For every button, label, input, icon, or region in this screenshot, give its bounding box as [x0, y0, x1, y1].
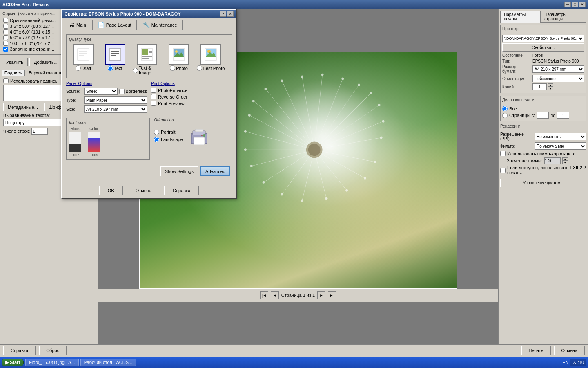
tab-header[interactable]: Верхний колонтит. — [26, 70, 66, 76]
all-radio[interactable] — [502, 106, 508, 111]
dialog-close-btn[interactable]: ✕ — [227, 11, 234, 17]
format-checkbox-10x8[interactable] — [3, 41, 8, 46]
cancel-main-button[interactable]: Отмена — [554, 346, 585, 355]
type-select[interactable]: Plain Paper — [84, 96, 147, 104]
gamma-checkbox[interactable] — [500, 151, 506, 156]
portrait-label: Portrait — [161, 130, 175, 135]
portrait-row: Portrait — [154, 130, 183, 135]
dialog-tab-maintenance[interactable]: 🔧 Maintenance — [138, 20, 183, 30]
type-row: Тип: EPSON Stylus Photo 900 — [502, 59, 584, 63]
window-title-bar: ACDSee Pro - Печать ─ □ ✕ — [0, 0, 588, 9]
draft-radio-row: Draft — [76, 65, 91, 71]
dialog-controls: ? ✕ — [220, 11, 234, 17]
size-select[interactable]: A4 210 x 297 mm — [84, 105, 147, 113]
reverse-order-checkbox[interactable] — [151, 94, 156, 99]
dialog-tab-main[interactable]: 🖨 Main — [64, 20, 91, 30]
add-button[interactable]: Добавить... — [29, 58, 62, 66]
metadata-button[interactable]: Метаданные... — [3, 103, 42, 111]
tab-signature[interactable]: Подпись — [2, 70, 25, 76]
format-label-original: Оригинальный разм... — [10, 18, 56, 23]
last-page-button[interactable]: ►| — [328, 291, 336, 299]
quality-text: Text — [101, 44, 129, 71]
print-preview-checkbox[interactable] — [151, 101, 156, 106]
delete-button[interactable]: Удалить — [2, 58, 28, 66]
borderless-checkbox[interactable] — [119, 89, 125, 94]
print-button[interactable]: Печать — [521, 346, 550, 355]
next-page-button[interactable]: ► — [317, 291, 325, 299]
text-image-radio[interactable] — [133, 68, 138, 73]
photo-enhance-checkbox[interactable] — [151, 88, 156, 93]
pages-from-label: Страницы с: — [509, 113, 535, 118]
svg-point-43 — [244, 130, 247, 133]
exif-checkbox[interactable] — [500, 168, 506, 173]
dialog-help-button[interactable]: Справка — [164, 186, 199, 195]
gamma-checkbox-row: Использовать гамма-коррекцию: — [500, 151, 586, 156]
format-checkbox-4x6[interactable] — [3, 29, 8, 34]
orientation-select[interactable]: Пейзажное — [532, 75, 584, 82]
filter-select[interactable]: По умолчанию — [535, 142, 586, 150]
taskbar-item-acdsee[interactable]: Рабочий стол - ACDS... — [80, 359, 136, 366]
copies-down[interactable]: ▼ — [548, 87, 553, 90]
dialog-title: Свойства: EPSON Stylus Photo 900 - DOM-D… — [65, 11, 181, 16]
landscape-label: Landscape — [161, 137, 183, 142]
tab-print-params[interactable]: Параметры печати — [500, 11, 541, 23]
copies-input[interactable] — [532, 83, 547, 90]
reset-button[interactable]: Сброс — [39, 346, 67, 355]
start-button[interactable]: ▶ Start — [2, 359, 24, 366]
paper-size-select[interactable]: А4 210 x 297 mm — [532, 65, 584, 73]
copies-up[interactable]: ▲ — [548, 83, 553, 87]
color-mgmt-button[interactable]: Управление цветом... — [500, 179, 586, 187]
photo-radio[interactable] — [170, 65, 175, 71]
draft-icon[interactable] — [73, 44, 94, 65]
text-radio[interactable] — [108, 65, 113, 71]
format-checkbox-original[interactable] — [3, 18, 8, 23]
rendering-label: Рендеринг — [500, 124, 586, 128]
quality-draft: Draft — [69, 44, 98, 71]
format-checkbox-35x5[interactable] — [3, 24, 8, 29]
format-checkbox-fill[interactable] — [3, 47, 8, 52]
lines-input[interactable] — [31, 128, 48, 135]
ok-button[interactable]: OK — [99, 186, 123, 195]
portrait-radio[interactable] — [154, 130, 159, 135]
advanced-button[interactable]: Advanced — [200, 166, 230, 176]
maximize-button[interactable]: □ — [572, 2, 578, 7]
minimize-button[interactable]: ─ — [564, 2, 571, 7]
best-photo-radio[interactable] — [197, 65, 202, 71]
pages-to-input[interactable] — [557, 112, 569, 119]
close-button[interactable]: ✕ — [579, 2, 586, 7]
status-row: Состояние: Готов — [502, 53, 584, 58]
text-icon[interactable] — [105, 44, 125, 65]
paper-size-label: Размер бумаги: — [502, 65, 531, 74]
tab-page-params[interactable]: Параметры страницы — [541, 11, 586, 23]
best-photo-icon[interactable] — [200, 44, 221, 65]
help-button[interactable]: Справка — [3, 346, 36, 355]
format-label-10x8: 10.0" x 8.0" (254 х 2... — [10, 41, 54, 46]
dialog-cancel-button[interactable]: Отмена — [127, 186, 160, 195]
dialog-action-row: Show Settings Advanced — [66, 166, 232, 176]
quality-label: Quality Type — [69, 37, 229, 42]
format-label-35x5: 3.5" x 5.0" (88 х 127... — [10, 24, 54, 29]
format-checkbox-5x7[interactable] — [3, 35, 8, 40]
ppi-select[interactable]: Не изменять — [535, 133, 586, 140]
draft-radio[interactable] — [76, 65, 81, 71]
photo-icon[interactable] — [169, 44, 189, 65]
prev-page-button[interactable]: ◄ — [271, 291, 279, 299]
gamma-spinner: ▲ ▼ — [562, 157, 568, 164]
printer-select[interactable]: \\DOM-DARAGOY\EPSON Stylus Photo 90... — [502, 35, 584, 42]
use-signature-checkbox[interactable] — [3, 78, 9, 83]
properties-button[interactable]: Свойства... — [502, 43, 584, 52]
first-page-button[interactable]: |◄ — [260, 291, 268, 299]
show-settings-button[interactable]: Show Settings — [160, 166, 198, 176]
dialog-tab-layout[interactable]: 📄 Page Layout — [92, 20, 137, 30]
main-tab-icon: 🖨 — [69, 22, 75, 28]
taskbar-item-photo[interactable]: Floro_1600(1).jpg - A... — [25, 359, 79, 366]
pages-from-input[interactable] — [537, 112, 549, 119]
all-label: Все — [509, 106, 517, 111]
text-image-icon[interactable] — [137, 44, 157, 65]
source-select[interactable]: Sheet — [84, 88, 118, 95]
time-display: 23:10 — [570, 359, 586, 366]
svg-rect-74 — [195, 129, 203, 132]
dialog-help-btn[interactable]: ? — [220, 11, 226, 17]
pages-radio[interactable] — [502, 113, 508, 118]
landscape-radio[interactable] — [154, 137, 159, 142]
